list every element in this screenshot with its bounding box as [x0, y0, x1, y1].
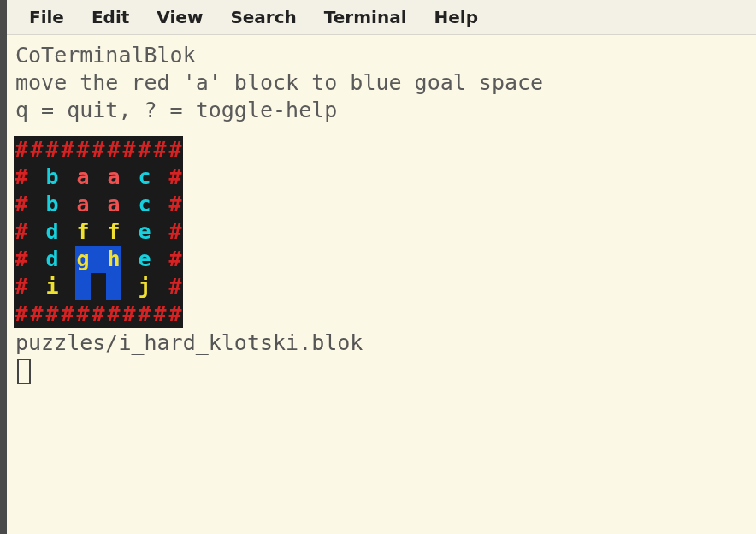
grid-cell	[91, 246, 106, 273]
grid-cell	[60, 191, 75, 218]
grid-cell	[75, 273, 91, 300]
grid-cell: g	[75, 246, 91, 273]
grid-cell	[152, 246, 168, 273]
menubar: File Edit View Search Terminal Help	[7, 0, 756, 35]
grid-cell	[29, 191, 44, 218]
grid-cell	[91, 218, 106, 246]
grid-cell: #	[152, 136, 168, 163]
grid-cell	[121, 218, 137, 246]
game-instruction: move the red 'a' block to blue goal spac…	[15, 69, 756, 97]
grid-cell: #	[91, 136, 106, 163]
grid-cell: a	[106, 163, 121, 191]
grid-cell: c	[137, 163, 152, 191]
grid-cell	[121, 246, 137, 273]
grid-cell: #	[14, 136, 29, 163]
grid-cell: a	[75, 163, 91, 191]
grid-cell	[29, 218, 44, 246]
grid-cell: #	[121, 300, 137, 328]
grid-cell: #	[168, 246, 183, 273]
grid-cell: #	[168, 300, 183, 328]
grid-cell: #	[137, 136, 152, 163]
grid-cell: #	[91, 300, 106, 328]
grid-cell: #	[106, 300, 121, 328]
grid-cell: #	[137, 300, 152, 328]
grid-cell	[29, 273, 44, 300]
menu-view[interactable]: View	[143, 3, 216, 31]
grid-cell	[60, 273, 75, 300]
grid-cell: #	[152, 300, 168, 328]
menu-help[interactable]: Help	[421, 3, 492, 31]
grid-cell: #	[14, 246, 29, 273]
menu-file[interactable]: File	[15, 3, 78, 31]
grid-cell: #	[60, 300, 75, 328]
grid-cell: #	[29, 300, 44, 328]
grid-cell: #	[168, 218, 183, 246]
grid-cell: #	[168, 191, 183, 218]
grid-cell	[29, 163, 44, 191]
grid-cell: d	[44, 218, 60, 246]
grid-cell: #	[168, 136, 183, 163]
menu-edit[interactable]: Edit	[78, 3, 143, 31]
grid-cell	[121, 273, 137, 300]
game-grid: ############baac##baac##dffe##dghe##ij##…	[14, 136, 183, 328]
grid-cell: a	[106, 191, 121, 218]
grid-cell: #	[121, 136, 137, 163]
grid-cell: #	[44, 300, 60, 328]
grid-cell: #	[168, 163, 183, 191]
grid-cell: h	[106, 246, 121, 273]
menu-terminal[interactable]: Terminal	[310, 3, 421, 31]
file-path: puzzles/i_hard_klotski.blok	[15, 329, 756, 357]
grid-cell: e	[137, 246, 152, 273]
grid-cell	[152, 218, 168, 246]
grid-cell: #	[29, 136, 44, 163]
menu-search[interactable]: Search	[216, 3, 310, 31]
grid-cell: #	[14, 300, 29, 328]
grid-cell	[91, 273, 106, 300]
terminal-output[interactable]: CoTerminalBlok move the red 'a' block to…	[7, 35, 756, 384]
grid-cell: d	[44, 246, 60, 273]
terminal-cursor	[17, 359, 31, 384]
grid-cell: #	[106, 136, 121, 163]
grid-cell: #	[14, 273, 29, 300]
grid-cell	[91, 163, 106, 191]
grid-cell: i	[44, 273, 60, 300]
grid-cell: #	[75, 136, 91, 163]
grid-cell: c	[137, 191, 152, 218]
grid-cell: #	[60, 136, 75, 163]
grid-cell: a	[75, 191, 91, 218]
game-help-line: q = quit, ? = toggle-help	[15, 97, 756, 124]
game-title: CoTerminalBlok	[15, 42, 756, 69]
grid-cell	[60, 218, 75, 246]
grid-cell	[152, 273, 168, 300]
grid-cell: b	[44, 191, 60, 218]
grid-cell: #	[14, 218, 29, 246]
grid-cell	[121, 191, 137, 218]
grid-cell: #	[44, 136, 60, 163]
grid-cell: f	[75, 218, 91, 246]
grid-cell	[29, 246, 44, 273]
grid-cell	[60, 163, 75, 191]
grid-cell	[106, 273, 121, 300]
grid-cell	[152, 163, 168, 191]
grid-cell: #	[14, 163, 29, 191]
grid-cell	[152, 191, 168, 218]
grid-cell: f	[106, 218, 121, 246]
grid-cell	[121, 163, 137, 191]
grid-cell: j	[137, 273, 152, 300]
grid-cell	[91, 191, 106, 218]
grid-cell: e	[137, 218, 152, 246]
grid-cell: #	[168, 273, 183, 300]
grid-cell: b	[44, 163, 60, 191]
grid-cell	[60, 246, 75, 273]
grid-cell: #	[75, 300, 91, 328]
grid-cell: #	[14, 191, 29, 218]
